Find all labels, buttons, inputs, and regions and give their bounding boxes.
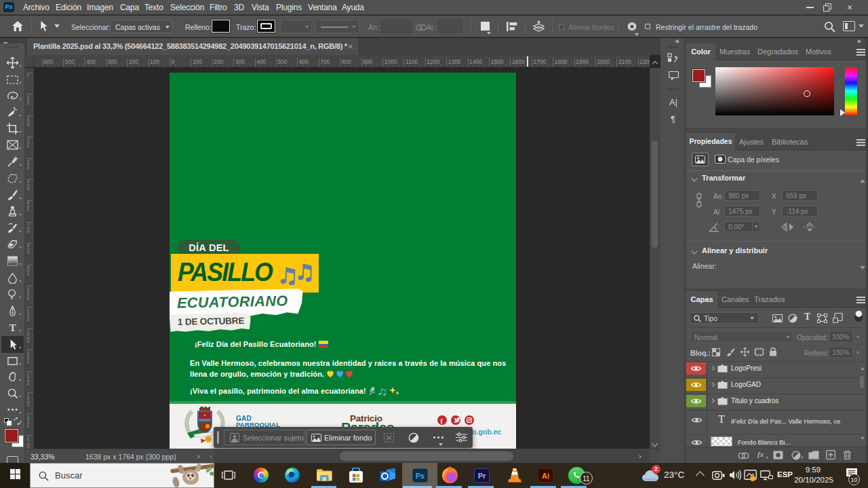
svg-text:T: T [9, 322, 16, 333]
